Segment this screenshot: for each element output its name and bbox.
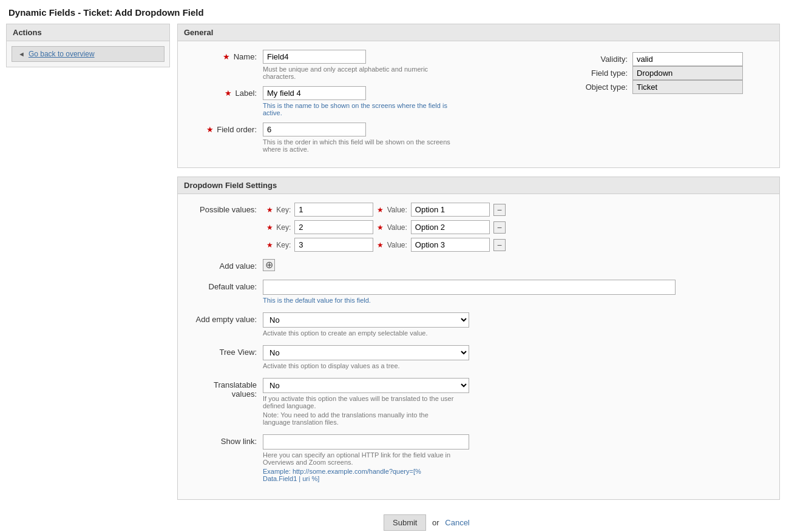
kv-group-1: ★ Key: ★ Value: − [266,203,506,217]
main-content: General ★ Name: Must be unique and on [177,24,780,532]
name-hint: Must be unique and only accept alphabeti… [263,66,457,80]
possible-value-row-2: ★ Key: ★ Value: − [190,220,767,234]
show-link-input[interactable] [263,434,469,450]
field-order-label: ★ Field order: [190,123,263,134]
show-link-hint-1: Here you can specify an optional HTTP li… [263,451,457,466]
tree-view-row: Tree View: No Yes Activate this option t… [190,345,767,369]
label-field: This is the name to be shown on the scre… [263,86,573,116]
add-empty-label: Add empty value: [190,312,263,324]
key-label-1: ★ Key: [266,206,291,214]
name-input[interactable] [263,50,366,64]
add-value-row: Add value: ⊕ [190,259,767,271]
name-row: ★ Name: Must be unique and only accept a… [190,50,573,80]
required-star-3: ★ [206,125,214,134]
dropdown-settings-section: Dropdown Field Settings Possible values:… [177,177,780,500]
validity-row: Validity: [573,52,767,66]
translatable-values-row: Translatable values: No Yes If you activ… [190,378,767,426]
validity-input[interactable] [632,52,743,66]
value-input-2[interactable] [411,220,490,234]
general-section-title: General [178,24,779,41]
name-field: Must be unique and only accept alphabeti… [263,50,573,80]
show-link-label: Show link: [190,434,263,446]
required-star-2: ★ [225,89,232,98]
label-hint: This is the name to be shown on the scre… [263,102,457,116]
or-text: or [432,518,439,527]
label-label: ★ Label: [190,86,263,98]
dropdown-section-title: Dropdown Field Settings [178,177,779,194]
validity-label: Validity: [573,55,628,64]
add-empty-hint: Activate this option to create an empty … [263,329,457,337]
default-value-row: Default value: This is the default value… [190,280,767,304]
show-link-row: Show link: Here you can specify an optio… [190,434,767,482]
translatable-hint-2: Note: You need to add the translations m… [263,411,457,426]
overview-link[interactable]: Go back to overview [29,50,95,58]
translatable-hint-1: If you activate this option the values w… [263,395,457,409]
field-order-row: ★ Field order: This is the order in whic… [190,123,573,153]
label-row: ★ Label: This is the name to be shown on… [190,86,573,116]
object-type-row: Object type: [573,80,767,94]
translatable-select[interactable]: No Yes [263,378,469,393]
value-input-3[interactable] [411,238,490,252]
field-order-hint: This is the order in which this field wi… [263,138,457,153]
cancel-link[interactable]: Cancel [445,518,469,527]
page-title: Dynamic Fields - Ticket: Add Dropdown Fi… [0,0,786,24]
field-type-row: Field type: [573,66,767,80]
default-value-hint: This is the default value for this field… [263,297,457,304]
object-type-label: Object type: [573,82,628,92]
key-input-3[interactable] [294,238,373,252]
add-value-label: Add value: [190,259,263,271]
key-label-3: ★ Key: [266,241,291,249]
key-label-2: ★ Key: [266,223,291,232]
kv-group-2: ★ Key: ★ Value: − [266,220,506,234]
add-value-button[interactable]: ⊕ [263,259,275,271]
general-section: General ★ Name: Must be unique and on [177,24,780,168]
tree-view-label: Tree View: [190,345,263,357]
field-order-field: This is the order in which this field wi… [263,123,573,153]
value-input-1[interactable] [411,203,490,217]
sidebar: Actions ◄ Go back to overview [6,24,170,532]
tree-view-hint: Activate this option to display values a… [263,362,457,369]
translatable-label: Translatable values: [190,378,263,399]
field-type-input[interactable] [632,66,743,80]
add-empty-value-row: Add empty value: No Yes Activate this op… [190,312,767,337]
field-order-input[interactable] [263,123,366,136]
possible-values-section: Possible values: ★ Key: ★ Value: − [190,203,767,252]
key-input-2[interactable] [294,220,373,234]
remove-row-3-button[interactable]: − [493,239,506,251]
object-type-input[interactable] [632,80,743,94]
value-label-1: ★ Value: [377,206,407,214]
remove-row-1-button[interactable]: − [493,204,506,216]
show-link-hint-2: Example: http://some.example.com/handle?… [263,468,457,482]
tree-view-select[interactable]: No Yes [263,345,469,360]
submit-area: Submit or Cancel [177,508,780,532]
default-value-label: Default value: [190,280,263,291]
default-value-input[interactable] [263,280,676,295]
add-empty-select[interactable]: No Yes [263,312,469,328]
submit-button[interactable]: Submit [384,514,426,531]
back-arrow-icon: ◄ [18,50,25,58]
sidebar-section-title: Actions [6,24,170,41]
right-col: Validity: Field type: Object type: [573,50,767,94]
key-input-1[interactable] [294,203,373,217]
field-type-label: Field type: [573,69,628,78]
value-label-3: ★ Value: [377,241,407,249]
required-star: ★ [223,52,230,61]
value-label-2: ★ Value: [377,223,407,232]
possible-value-row-1: Possible values: ★ Key: ★ Value: − [190,203,767,217]
possible-value-row-3: ★ Key: ★ Value: − [190,238,767,252]
remove-row-2-button[interactable]: − [493,221,506,234]
name-label: ★ Name: [190,50,263,61]
back-to-overview-button[interactable]: ◄ Go back to overview [12,46,164,62]
possible-values-label: Possible values: [190,205,263,214]
label-input[interactable] [263,86,366,100]
kv-group-3: ★ Key: ★ Value: − [266,238,506,252]
